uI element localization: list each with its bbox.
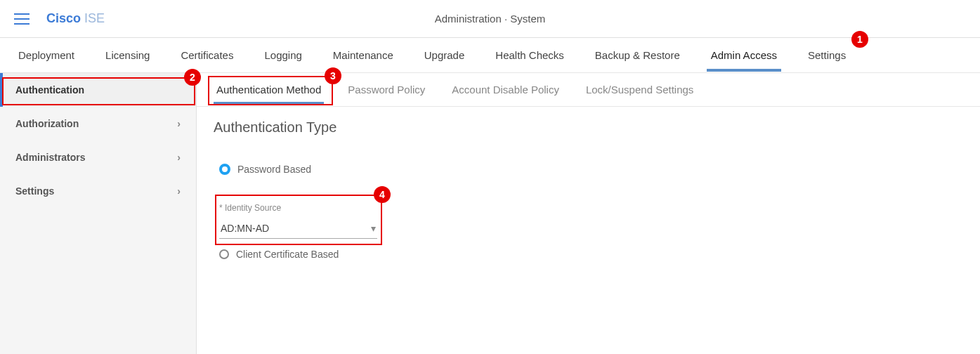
- topnav-certificates[interactable]: Certificates: [176, 39, 237, 71]
- callout-marker-2: 2: [184, 69, 201, 86]
- sidebar-item-authentication[interactable]: Authentication: [0, 73, 196, 107]
- brand-logo: Cisco ISE: [46, 11, 105, 26]
- callout-marker-4: 4: [374, 186, 391, 203]
- radio-label: Password Based: [237, 164, 311, 175]
- radio-label: Client Certificate Based: [236, 249, 339, 260]
- brand-cisco: Cisco: [46, 11, 81, 25]
- radio-selected-icon: [219, 164, 230, 175]
- topnav-maintenance[interactable]: Maintenance: [329, 39, 398, 71]
- topnav-settings[interactable]: Settings: [804, 39, 850, 71]
- identity-source-select[interactable]: AD:MN-AD ▾: [219, 218, 377, 239]
- sidebar: Authentication Authorization › Administr…: [0, 73, 197, 354]
- section-title: Authentication Type: [214, 119, 963, 136]
- subtab-auth-method[interactable]: Authentication Method: [214, 75, 324, 104]
- topnav-licensing[interactable]: Licensing: [101, 39, 154, 71]
- subtabs: Authentication Method Password Policy Ac…: [197, 73, 980, 107]
- subtab-lock-suspend[interactable]: Lock/Suspend Settings: [583, 75, 696, 104]
- subtab-account-disable[interactable]: Account Disable Policy: [449, 75, 562, 104]
- chevron-right-icon: ›: [177, 118, 181, 129]
- chevron-right-icon: ›: [177, 152, 181, 163]
- main-layout: Authentication Authorization › Administr…: [0, 73, 980, 354]
- menu-icon[interactable]: [14, 13, 30, 25]
- topnav-logging[interactable]: Logging: [260, 39, 306, 71]
- auth-type-section: Authentication Type Password Based Ident…: [197, 107, 980, 273]
- sidebar-item-label: Authentication: [15, 84, 84, 96]
- subtab-password-policy[interactable]: Password Policy: [345, 75, 428, 104]
- topnav-deployment[interactable]: Deployment: [14, 39, 79, 71]
- callout-marker-1: 1: [851, 31, 868, 48]
- select-value: AD:MN-AD: [221, 223, 269, 234]
- radio-unselected-icon: [219, 249, 229, 259]
- sidebar-item-label: Authorization: [15, 118, 79, 129]
- sidebar-item-settings[interactable]: Settings ›: [0, 174, 196, 208]
- identity-source-field: Identity Source AD:MN-AD ▾ 4: [219, 203, 377, 239]
- topnav-upgrade[interactable]: Upgrade: [420, 39, 469, 71]
- radio-client-cert-based[interactable]: Client Certificate Based: [219, 249, 963, 260]
- topnav-admin-access[interactable]: Admin Access: [707, 39, 781, 71]
- app-header: Cisco ISE Administration · System: [0, 0, 980, 38]
- breadcrumb: Administration · System: [435, 13, 546, 25]
- topnav-health-checks[interactable]: Health Checks: [491, 39, 568, 71]
- brand-ise: ISE: [81, 11, 105, 25]
- sidebar-item-label: Settings: [15, 185, 54, 197]
- chevron-down-icon: ▾: [371, 223, 376, 234]
- topnav-backup-restore[interactable]: Backup & Restore: [591, 39, 684, 71]
- sidebar-item-label: Administrators: [15, 152, 86, 163]
- radio-password-based[interactable]: Password Based: [219, 164, 963, 175]
- sidebar-item-administrators[interactable]: Administrators ›: [0, 140, 196, 174]
- field-label: Identity Source: [219, 203, 377, 213]
- top-nav: Deployment Licensing Certificates Loggin…: [0, 38, 980, 73]
- sidebar-item-authorization[interactable]: Authorization ›: [0, 107, 196, 140]
- chevron-right-icon: ›: [177, 185, 181, 197]
- main-content: Authentication Method Password Policy Ac…: [197, 73, 980, 354]
- callout-marker-3: 3: [325, 67, 341, 84]
